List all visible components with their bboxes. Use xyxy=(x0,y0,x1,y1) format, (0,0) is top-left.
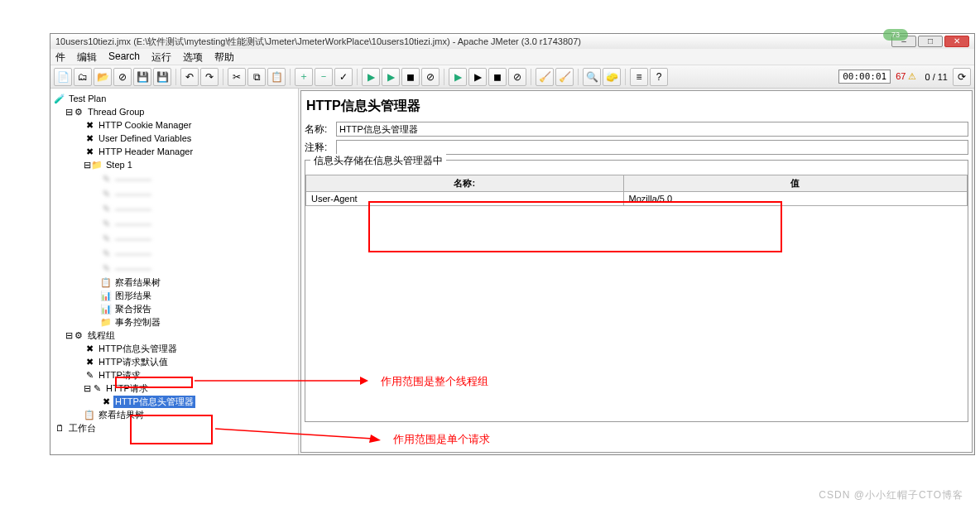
comment-input[interactable] xyxy=(336,140,968,155)
tree-threadgroup2[interactable]: ⊟⚙线程组 xyxy=(50,329,298,342)
error-count: 67 ⚠ xyxy=(896,71,916,82)
stop-button[interactable]: ◼ xyxy=(401,68,420,86)
config-icon: ✖ xyxy=(84,146,95,157)
redo-button[interactable]: ↷ xyxy=(200,68,219,86)
comment-label: 注释: xyxy=(305,141,336,155)
new-button[interactable]: 📄 xyxy=(54,68,72,86)
save-button[interactable]: 💾 xyxy=(133,68,151,86)
close-button[interactable]: ✕ xyxy=(944,36,969,47)
tree-blurred: ✎———— xyxy=(50,201,298,216)
name-label: 名称: xyxy=(305,122,336,137)
config-icon: ✖ xyxy=(84,132,95,144)
paste-button[interactable]: 📋 xyxy=(267,68,286,86)
col-value: 值 xyxy=(623,175,967,192)
config-icon: ✖ xyxy=(84,343,95,354)
tree-root[interactable]: 🧪Test Plan xyxy=(50,92,298,105)
remote-shutdown-button[interactable]: ⊘ xyxy=(508,68,526,86)
tree-step1[interactable]: ⊟📁Step 1 xyxy=(50,158,298,171)
reset-search-button[interactable]: 🧽 xyxy=(603,68,621,86)
tree-request-defaults[interactable]: ✖HTTP请求默认值 xyxy=(50,355,298,368)
close-button-tb[interactable]: ⊘ xyxy=(113,68,132,86)
listener-icon: 📊 xyxy=(100,290,112,301)
menu-search[interactable]: Search xyxy=(108,50,140,63)
toggle-button[interactable]: ✓ xyxy=(334,68,353,86)
templates-button[interactable]: 🗂 xyxy=(74,68,92,86)
undo-button[interactable]: ↶ xyxy=(180,68,199,86)
tree-blurred: ✎———— xyxy=(50,246,298,261)
listener-icon: 📊 xyxy=(100,303,112,315)
tree-blurred: ✎———— xyxy=(50,231,298,246)
tree-threadgroup1[interactable]: ⊟⚙Thread Group xyxy=(50,105,298,118)
threadgroup-icon: ⚙ xyxy=(73,106,84,118)
clear-all-button[interactable]: 🧹 xyxy=(555,68,574,86)
copy-button[interactable]: ⧉ xyxy=(247,68,266,86)
help-button[interactable]: ? xyxy=(650,68,668,86)
expand-button[interactable]: ＋ xyxy=(295,68,313,86)
threadgroup-icon: ⚙ xyxy=(73,329,84,341)
collapse-button[interactable]: － xyxy=(315,68,333,86)
listener-icon: 📋 xyxy=(100,276,112,288)
tree-workbench[interactable]: 🗒工作台 xyxy=(50,421,298,435)
tree-blurred: ✎———— xyxy=(50,261,298,276)
start-notimers-button[interactable]: ▶ xyxy=(382,68,400,86)
col-name: 名称: xyxy=(306,175,624,192)
thread-count: 0 / 11 xyxy=(925,72,948,82)
config-icon: ✖ xyxy=(84,356,95,367)
tree-request1[interactable]: ✎HTTP请求 xyxy=(50,368,298,382)
menu-file[interactable]: 件 xyxy=(55,50,65,63)
cut-button[interactable]: ✂ xyxy=(228,68,246,86)
table-row[interactable]: User-Agent Mozilla/5.0 xyxy=(306,192,968,206)
tree-request2[interactable]: ⊟✎HTTP请求 xyxy=(50,382,298,395)
thread-badge: 73 xyxy=(883,34,908,41)
maximize-button[interactable]: □ xyxy=(918,36,943,47)
workbench-icon: 🗒 xyxy=(54,422,65,434)
titlebar: 10users10tiezi.jmx (E:\软件测试\mytesting\性能… xyxy=(50,34,974,49)
sampler-icon: ✎ xyxy=(91,382,103,394)
tree-header-manager[interactable]: ✖HTTP信息头管理器 xyxy=(50,342,298,355)
shutdown-button[interactable]: ⊘ xyxy=(421,68,440,86)
cell-name[interactable]: User-Agent xyxy=(306,192,624,206)
annotation-text-2: 作用范围是单个请求 xyxy=(393,432,490,447)
gc-button[interactable]: ⟳ xyxy=(953,68,971,86)
name-input[interactable] xyxy=(336,122,968,137)
start-button[interactable]: ▶ xyxy=(362,68,380,86)
tree-aggregate[interactable]: 📊聚合报告 xyxy=(50,302,298,315)
elapsed-timer: 00:00:01 xyxy=(838,70,891,84)
panel-title: HTTP信息头管理器 xyxy=(305,94,968,122)
tree-graph[interactable]: 📊图形结果 xyxy=(50,289,298,302)
search-button[interactable]: 🔍 xyxy=(583,68,601,86)
function-helper-button[interactable]: ≡ xyxy=(630,68,648,86)
tree-blurred: ✎———— xyxy=(50,216,298,231)
saveas-button[interactable]: 💾 xyxy=(153,68,171,86)
open-button[interactable]: 📂 xyxy=(94,68,112,86)
tree-viewresults[interactable]: 📋察看结果树 xyxy=(50,276,298,289)
menu-edit[interactable]: 编辑 xyxy=(77,50,97,63)
controller-icon: 📁 xyxy=(100,316,112,328)
menu-help[interactable]: 帮助 xyxy=(214,50,234,63)
tree-txcontroller[interactable]: 📁事务控制器 xyxy=(50,315,298,329)
toolbar: 📄 🗂 📂 ⊘ 💾 💾 ↶ ↷ ✂ ⧉ 📋 ＋ － ✓ ▶ ▶ ◼ ⊘ ▶ ▶ … xyxy=(50,65,974,89)
config-icon: ✖ xyxy=(100,396,112,407)
listener-icon: 📋 xyxy=(84,409,95,420)
headers-table[interactable]: 名称: 值 User-Agent Mozilla/5.0 xyxy=(305,175,968,206)
tree-udv[interactable]: ✖User Defined Variables xyxy=(50,132,298,145)
sampler-icon: ✎ xyxy=(84,369,95,381)
menu-run[interactable]: 运行 xyxy=(151,50,171,63)
tree-blurred: ✎———— xyxy=(50,186,298,201)
clear-button[interactable]: 🧹 xyxy=(536,68,554,86)
fieldset-title: 信息头存储在信息头管理器中 xyxy=(310,154,446,168)
menu-options[interactable]: 选项 xyxy=(183,50,203,63)
remote-stop-button[interactable]: ◼ xyxy=(488,68,507,86)
tree-cookie[interactable]: ✖HTTP Cookie Manager xyxy=(50,118,298,132)
tree-header-manager2[interactable]: ✖HTTP信息头管理器 xyxy=(50,395,298,408)
cell-value[interactable]: Mozilla/5.0 xyxy=(623,192,967,206)
remote-start-all-button[interactable]: ▶ xyxy=(468,68,487,86)
test-plan-tree[interactable]: 🧪Test Plan ⊟⚙Thread Group ✖HTTP Cookie M… xyxy=(50,89,299,454)
app-window: 10users10tiezi.jmx (E:\软件测试\mytesting\性能… xyxy=(50,33,975,455)
watermark: CSDN @小小红帽子CTO博客 xyxy=(819,488,963,502)
remote-start-button[interactable]: ▶ xyxy=(449,68,467,86)
menubar: 件 编辑 Search 运行 选项 帮助 xyxy=(50,49,974,65)
tree-header[interactable]: ✖HTTP Header Manager xyxy=(50,145,298,158)
tree-viewresults2[interactable]: 📋察看结果树 xyxy=(50,408,298,421)
annotation-text-1: 作用范围是整个线程组 xyxy=(381,374,488,389)
